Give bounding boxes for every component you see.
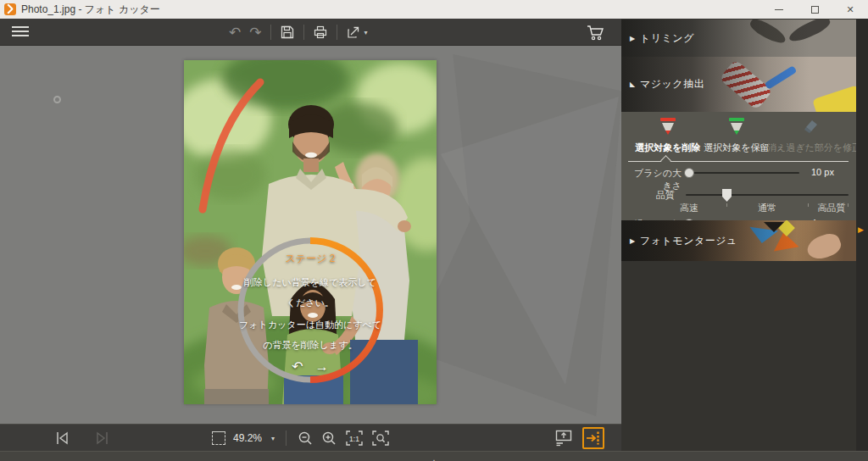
quality-label: 品質 xyxy=(626,189,675,202)
red-marker-icon xyxy=(659,117,677,136)
zoom-percentage: 49.2% xyxy=(233,432,262,444)
brush-size-value: 10 px xyxy=(811,167,834,177)
redo-icon[interactable]: ↷ xyxy=(249,25,261,40)
zoom-dropdown-caret-icon[interactable]: ▾ xyxy=(271,435,275,442)
quality-slider[interactable] xyxy=(686,194,849,196)
quality-tick-fast: 高速 xyxy=(670,202,708,214)
minimize-button[interactable] xyxy=(761,0,797,19)
sidebar-edge-strip xyxy=(856,19,868,451)
panel-photomontage-label: フォトモンタージュ xyxy=(640,234,737,248)
next-image-icon[interactable] xyxy=(93,431,110,445)
toolbar-divider xyxy=(303,25,304,40)
undo-icon[interactable]: ↶ xyxy=(229,25,241,40)
zoom-out-icon[interactable] xyxy=(298,430,314,447)
eraser-icon xyxy=(801,117,820,136)
brush-cursor-icon xyxy=(53,96,61,103)
tool-fix-erased[interactable]: 消え過ぎた部分を修正 xyxy=(767,117,854,154)
brush-size-slider[interactable] xyxy=(686,172,799,174)
stage-line: の背景を削除します。 xyxy=(217,339,403,352)
export-tray-button[interactable] xyxy=(553,427,575,449)
first-image-icon[interactable] xyxy=(54,431,71,445)
photo-cutter-window: Photo_1.jpg - フォト カッター ✕ ↶ ↷ xyxy=(0,0,868,461)
share-icon[interactable] xyxy=(346,25,361,40)
right-sidebar: ▶ トリミング ◣ マジック抽出 xyxy=(621,19,856,451)
close-button[interactable]: ✕ xyxy=(832,0,868,19)
chevron-expanded-icon: ◣ xyxy=(630,81,640,88)
print-icon[interactable] xyxy=(313,25,328,40)
title-bar: Photo_1.jpg - フォト カッター ✕ xyxy=(0,0,868,19)
panel-trimming[interactable]: ▶ トリミング xyxy=(621,19,856,57)
one-to-one-label: 1:1 xyxy=(349,435,359,443)
panel-toggle-button[interactable] xyxy=(582,427,604,449)
tool-delete-selection[interactable]: 選択対象を削除 xyxy=(630,117,706,154)
bottom-toolbar: 49.2% ▾ 1:1 xyxy=(0,424,621,451)
magic-extract-panel-body: 選択対象を削除 選択対象を保留 消え過ぎた部分を修正 xyxy=(621,112,856,237)
share-dropdown-caret-icon[interactable]: ▾ xyxy=(364,29,368,36)
photo-tray-bar: ▲ xyxy=(0,451,868,461)
sidebar-empty-area xyxy=(621,261,856,451)
toolbar-divider xyxy=(337,25,337,40)
actual-size-button[interactable]: 1:1 xyxy=(345,430,364,447)
quality-tick-high: 高品質 xyxy=(810,202,854,214)
tool-label: 選択対象を削除 xyxy=(635,142,700,153)
toolbar-divider xyxy=(286,430,287,446)
stage-line: フォトカッターは自動的にすべて xyxy=(217,319,403,331)
panel-magic-extract-label: マジック抽出 xyxy=(640,77,704,92)
stage-line: ください。 xyxy=(217,297,403,309)
panel-photomontage[interactable]: ▶ フォトモンタージュ xyxy=(621,220,856,261)
quality-tick-normal: 通常 xyxy=(748,202,786,214)
stage-next-arrow-icon[interactable]: → xyxy=(315,358,329,378)
top-toolbar: ↶ ↷ ▾ xyxy=(0,19,621,46)
tool-label: 選択対象を保留 xyxy=(704,142,769,153)
quality-thumb[interactable] xyxy=(722,189,732,202)
minimize-icon xyxy=(775,9,783,10)
chevron-right-icon: ▶ xyxy=(630,35,640,42)
zoom-preset-icon[interactable] xyxy=(212,431,225,445)
toolbar-divider xyxy=(270,25,271,40)
window-title: Photo_1.jpg - フォト カッター xyxy=(21,3,160,17)
save-icon[interactable] xyxy=(280,25,295,40)
cart-icon[interactable] xyxy=(586,24,606,42)
tool-label: 消え過ぎた部分を修正 xyxy=(767,142,861,153)
maximize-icon xyxy=(811,6,819,14)
chevron-right-icon: ▶ xyxy=(630,237,640,245)
tool-keep-selection[interactable]: 選択対象を保留 xyxy=(699,117,774,154)
maximize-button[interactable] xyxy=(797,0,832,19)
fit-screen-button[interactable] xyxy=(371,430,390,447)
stage-back-arrow-icon[interactable]: ↶ xyxy=(292,358,303,378)
sidebar-expand-arrow-icon[interactable]: ▶ xyxy=(858,225,864,234)
zoom-in-icon[interactable] xyxy=(321,430,337,447)
green-marker-icon xyxy=(727,117,746,136)
tray-expand-handle-icon[interactable]: ▲ xyxy=(431,457,437,461)
app-logo-icon xyxy=(4,3,16,15)
brush-size-thumb[interactable] xyxy=(684,168,694,178)
editing-canvas[interactable]: ステージ 2 削除したい背景を線で表示して ください。 フォトカッターは自動的に… xyxy=(0,46,621,424)
hamburger-menu-button[interactable] xyxy=(12,26,29,38)
panel-trimming-label: トリミング xyxy=(640,31,694,46)
stage-line: 削除したい背景を線で表示して xyxy=(217,276,403,289)
panel-magic-extract[interactable]: ◣ マジック抽出 xyxy=(621,57,856,112)
stage-title: ステージ 2 xyxy=(217,252,403,266)
